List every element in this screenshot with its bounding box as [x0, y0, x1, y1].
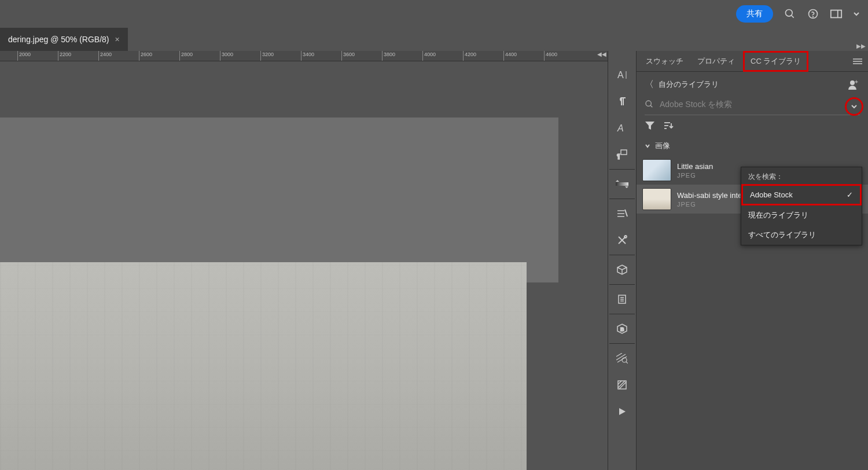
svg-text:+: +: [855, 79, 858, 85]
tab-properties[interactable]: プロパティ: [692, 53, 741, 70]
search-scope-dropdown-button[interactable]: [845, 97, 863, 116]
svg-point-43: [646, 101, 651, 106]
dropdown-item-label: 現在のライブラリ: [748, 210, 808, 221]
effects-panel-icon[interactable]: [608, 200, 637, 227]
ruler-tick: 3400: [301, 51, 314, 61]
svg-line-44: [650, 105, 652, 107]
horizontal-ruler: 2000220024002600280030003200340036003800…: [0, 51, 608, 61]
search-row: [637, 97, 868, 115]
sort-icon[interactable]: [663, 122, 674, 130]
share-button[interactable]: 共有: [736, 5, 773, 23]
cube-panel-icon[interactable]: [608, 256, 637, 283]
ruler-tick: 2000: [17, 51, 31, 61]
tools-panel-icon[interactable]: [608, 227, 637, 254]
asset-thumbnail: [642, 188, 671, 210]
svg-text:A: A: [617, 70, 624, 80]
ruler-tick: 2800: [179, 51, 193, 61]
asset-format: JPEG: [677, 172, 713, 179]
svg-line-1: [792, 16, 794, 18]
library-breadcrumb[interactable]: 〈 自分のライブラリ +: [637, 72, 868, 97]
dropdown-item-label: Adobe Stock: [750, 190, 793, 199]
pages-panel-icon[interactable]: [608, 286, 637, 313]
asset-title: Little asian: [677, 162, 713, 171]
help-icon[interactable]: [807, 8, 819, 20]
dropdown-title: 次を検索：: [741, 167, 862, 184]
dropdown-item-all-libraries[interactable]: すべてのライブラリ: [741, 225, 862, 245]
close-icon[interactable]: ×: [115, 35, 120, 44]
invite-user-icon[interactable]: +: [846, 78, 860, 91]
ruler-tick: 4400: [503, 51, 517, 61]
images-section-header[interactable]: 画像: [637, 136, 868, 156]
svg-marker-13: [625, 186, 628, 188]
svg-point-41: [850, 80, 855, 85]
top-bar: 共有: [0, 0, 868, 28]
search-scope-dropdown: 次を検索： Adobe Stock ✓ 現在のライブラリ すべてのライブラリ: [741, 167, 862, 245]
library-search-input[interactable]: [660, 100, 860, 109]
box-panel-icon[interactable]: B: [608, 315, 637, 342]
expand-dock-icon[interactable]: ▶▶: [856, 43, 866, 49]
search-icon[interactable]: [784, 8, 796, 20]
ruler-tick: 2600: [139, 51, 152, 61]
library-toolbar: [637, 115, 868, 136]
ruler-tick: 4000: [422, 51, 436, 61]
images-section-label: 画像: [655, 141, 670, 151]
svg-marker-37: [619, 408, 626, 415]
back-icon[interactable]: 〈: [645, 79, 654, 91]
hatch-panel-icon[interactable]: [608, 372, 637, 398]
svg-text:A: A: [617, 123, 624, 133]
gradient-panel-icon[interactable]: [608, 171, 637, 197]
search-icon: [645, 100, 654, 109]
svg-line-28: [616, 353, 622, 357]
dropdown-item-current-library[interactable]: 現在のライブラリ: [741, 205, 862, 225]
chevron-down-icon[interactable]: [853, 8, 860, 20]
asset-thumbnail: [642, 159, 671, 181]
document-background: [0, 118, 558, 282]
story-panel-icon[interactable]: ¶: [608, 141, 637, 168]
svg-line-29: [616, 354, 626, 360]
svg-rect-33: [618, 381, 626, 389]
svg-point-0: [786, 10, 793, 17]
ruler-tick: 2400: [98, 51, 112, 61]
panel-menu-icon[interactable]: [851, 56, 865, 67]
filter-icon[interactable]: [645, 121, 655, 130]
svg-text:¶: ¶: [617, 153, 620, 160]
svg-rect-9: [621, 150, 627, 155]
dropdown-item-label: すべてのライブラリ: [748, 230, 816, 240]
svg-text:B: B: [620, 326, 624, 332]
tab-swatches[interactable]: スウォッチ: [640, 53, 689, 70]
dropdown-item-adobe-stock[interactable]: Adobe Stock ✓: [741, 184, 862, 205]
svg-point-3: [813, 17, 814, 17]
paragraph-panel-icon[interactable]: [608, 88, 637, 115]
canvas-area: 2000220024002600280030003200340036003800…: [0, 51, 608, 470]
main-area: 2000220024002600280030003200340036003800…: [0, 51, 868, 470]
document-tab[interactable]: dering.jpeg @ 50% (RGB/8) ×: [0, 28, 128, 51]
ruler-tick: 4600: [544, 51, 557, 61]
panel-icon-column: A A ¶ B: [608, 51, 637, 470]
ruler-tick: 3000: [220, 51, 233, 61]
ruler-tick: 3800: [382, 51, 395, 61]
ruler-tick: 3200: [260, 51, 274, 61]
collapse-dock-icon[interactable]: ◀◀: [596, 51, 608, 59]
breadcrumb-label: 自分のライブラリ: [659, 79, 719, 90]
document-image: [0, 262, 527, 470]
svg-rect-4: [831, 10, 841, 18]
character-panel-icon[interactable]: A: [608, 61, 637, 88]
cc-library-panel: ▶▶ スウォッチ プロパティ CC ライブラリ 〈 自分のライブラリ +: [637, 51, 868, 470]
document-tab-title: dering.jpeg @ 50% (RGB/8): [8, 35, 109, 44]
svg-rect-11: [616, 182, 628, 186]
ruler-tick: 2200: [58, 51, 71, 61]
document-tabs: dering.jpeg @ 50% (RGB/8) ×: [0, 28, 868, 51]
check-icon: ✓: [847, 190, 853, 199]
svg-line-36: [618, 381, 621, 384]
glyphs-panel-icon[interactable]: A: [608, 115, 637, 141]
hatch-find-icon[interactable]: [608, 345, 637, 372]
tab-cc-library[interactable]: CC ライブラリ: [743, 51, 808, 72]
svg-marker-12: [616, 180, 619, 182]
ruler-tick: 4200: [463, 51, 476, 61]
svg-marker-45: [645, 122, 654, 130]
ruler-tick: 3600: [341, 51, 355, 61]
panel-tabs: スウォッチ プロパティ CC ライブラリ: [637, 51, 868, 72]
play-icon[interactable]: [608, 398, 637, 425]
workspace-icon[interactable]: [830, 8, 843, 20]
svg-line-32: [626, 362, 628, 363]
